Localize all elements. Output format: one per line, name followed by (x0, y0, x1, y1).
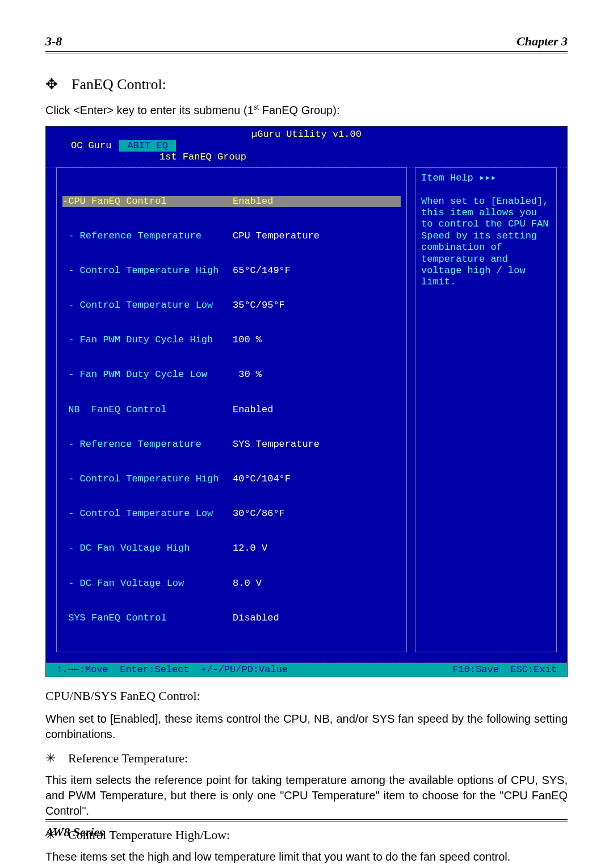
bios-title: µGuru Utility v1.00 (46, 127, 567, 140)
tab-abit-eq[interactable]: ABIT EQ (119, 140, 175, 152)
tab-oc-guru[interactable]: OC Guru (63, 140, 119, 152)
bios-subhead: 1st FanEQ Group (46, 152, 567, 163)
bios-main-panel: -CPU FanEQ ControlEnabled - Reference Te… (56, 167, 407, 652)
row-sys-faneq[interactable]: SYS FanEQ ControlDisabled (62, 613, 401, 624)
row-dc-volt-low[interactable]: - DC Fan Voltage Low8.0 V (62, 578, 401, 589)
row-ref-temp-sys[interactable]: - Reference TemperatureSYS Temperature (62, 439, 401, 450)
bar-left: ↑↓→←:Move Enter:Select +/-/PU/PD:Value (56, 664, 288, 676)
row-ref-temp-cpu[interactable]: - Reference TemperatureCPU Temperature (62, 230, 401, 242)
page-number: 3-8 (45, 34, 62, 49)
snowflake-icon: ✳ (45, 751, 56, 766)
page-header: 3-8 Chapter 3 (45, 34, 568, 53)
heading-cpu-nb-sys: CPU/NB/SYS FanEQ Control: (45, 689, 568, 703)
title-text: FanEQ Control: (72, 76, 166, 93)
para-ref-temp: This item selects the reference point fo… (45, 773, 568, 819)
bios-help-panel: Item Help ▸▸▸ When set to [Enabled], thi… (415, 167, 557, 652)
bios-tabs: OC Guru ABIT EQ (46, 140, 567, 152)
row-ctrl-temp-low-nb[interactable]: - Control Temperature Low30°C/86°F (62, 508, 401, 519)
row-ctrl-temp-high-cpu[interactable]: - Control Temperature High65°C/149°F (62, 265, 401, 276)
row-ctrl-temp-low-cpu[interactable]: - Control Temperature Low35°C/95°F (62, 300, 401, 311)
cursor-icon: ✥ (45, 77, 58, 92)
bios-key-bar: ↑↓→←:Move Enter:Select +/-/PU/PD:Value F… (46, 663, 567, 677)
bios-screen: µGuru Utility v1.00 OC Guru ABIT EQ 1st … (45, 126, 568, 678)
sub-ref-temp: ✳ Reference Temperature: (45, 751, 568, 766)
help-title: Item Help ▸▸▸ (421, 173, 551, 184)
page-footer: AW8 Series (45, 819, 568, 840)
para-ctrl-temp: These items set the high and low tempera… (45, 849, 568, 865)
para-cpu-nb-sys: When set to [Enabled], these items contr… (45, 711, 568, 742)
row-pwm-high[interactable]: - Fan PWM Duty Cycle High100 % (62, 334, 401, 346)
footer-text: AW8 Series (45, 825, 104, 839)
row-nb-faneq[interactable]: NB FanEQ ControlEnabled (62, 404, 401, 416)
help-body: When set to [Enabled], this item allows … (421, 196, 551, 288)
row-dc-volt-high[interactable]: - DC Fan Voltage High12.0 V (62, 543, 401, 554)
row-cpu-faneq[interactable]: -CPU FanEQ ControlEnabled (62, 196, 401, 207)
bar-right: F10:Save ESC:Exit (452, 664, 557, 676)
intro-text: Click <Enter> key to enter its submenu (… (45, 103, 568, 117)
row-pwm-low[interactable]: - Fan PWM Duty Cycle Low 30 % (62, 369, 401, 380)
section-title: ✥ FanEQ Control: (45, 76, 568, 93)
chapter-label: Chapter 3 (517, 34, 568, 49)
row-ctrl-temp-high-nb[interactable]: - Control Temperature High40°C/104°F (62, 473, 401, 485)
